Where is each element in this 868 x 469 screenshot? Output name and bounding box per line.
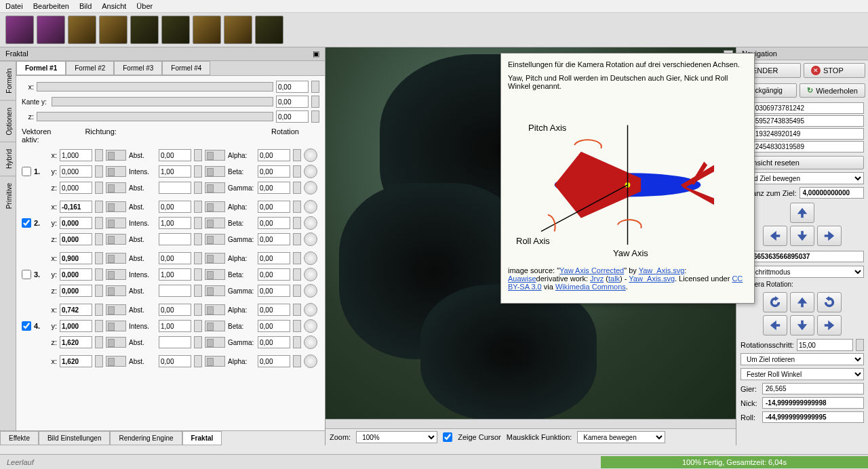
vector-1-y-slider[interactable] [106, 218, 126, 228]
vector-1-intens-slider[interactable] [205, 218, 225, 228]
stop-button[interactable]: ✕STOP [804, 63, 865, 78]
vector-1-z[interactable] [60, 233, 92, 245]
vector-2-x-slider[interactable] [106, 253, 126, 264]
rotate-cw-button[interactable] [817, 292, 842, 312]
vector-2-z-spin[interactable] [95, 285, 103, 297]
spin-top-y[interactable] [311, 96, 319, 108]
vector-0-z[interactable] [60, 182, 92, 194]
viewport-scrollbar-h[interactable] [326, 419, 736, 428]
vector-3-abst-spin[interactable] [194, 304, 202, 316]
vector-3-intens-slider[interactable] [205, 321, 225, 331]
preset-icon-6[interactable] [161, 16, 190, 44]
vector-1-y-spin[interactable] [95, 217, 103, 229]
vector-1-gamma-spin[interactable] [293, 233, 301, 245]
vector-2-z-slider[interactable] [106, 285, 126, 296]
vector-2-x[interactable] [60, 252, 92, 264]
nick-input[interactable] [762, 397, 864, 409]
vector-0-intens-slider[interactable] [205, 166, 225, 177]
tab-formel-3[interactable]: Formel #3 [114, 61, 162, 75]
vector-2-beta[interactable] [258, 268, 290, 281]
preset-icon-5[interactable] [130, 16, 159, 44]
rotate-right-button[interactable] [817, 315, 842, 335]
vector-3-abst-slider[interactable] [205, 304, 225, 315]
link-talk[interactable]: talk [608, 274, 620, 283]
gier-input[interactable] [762, 383, 864, 394]
vector-0-alpha-dial[interactable] [304, 148, 317, 162]
vector-3-beta[interactable] [258, 320, 290, 332]
zoom-combo[interactable]: 100% [356, 431, 437, 443]
vector-3-gamma[interactable] [258, 336, 290, 348]
tab-formel-2[interactable]: Formel #2 [66, 61, 114, 75]
vector-3-gamma-dial[interactable] [304, 335, 317, 349]
vector-2-y[interactable] [60, 268, 92, 281]
link-yaw-corrected[interactable]: Yaw Axis Corrected [559, 266, 624, 274]
vector-2-beta-dial[interactable] [304, 268, 317, 281]
vector-3-y-spin[interactable] [95, 320, 103, 332]
rotschritt-spin[interactable] [856, 339, 864, 351]
vector-0-beta-spin[interactable] [293, 165, 301, 178]
vector-0-gamma[interactable] [258, 182, 290, 194]
preset-icon-8[interactable] [224, 16, 252, 44]
rotate-ccw-button[interactable] [763, 292, 787, 312]
vector-0-y-spin[interactable] [95, 165, 103, 178]
link-auawise[interactable]: Auawise [508, 274, 536, 283]
vector-2-alpha-spin[interactable] [293, 252, 301, 264]
vector-3-z[interactable] [60, 336, 92, 348]
vector-3-z-slider[interactable] [106, 337, 126, 348]
ansicht-reset-button[interactable]: Ansicht reseten [741, 156, 864, 169]
vector-1-beta-dial[interactable] [304, 216, 317, 230]
vector-2-abst[interactable] [159, 285, 191, 297]
vector-3-x[interactable] [60, 304, 92, 316]
vector-3-y[interactable] [60, 320, 92, 332]
btab-bild[interactable]: Bild Einstellungen [39, 431, 111, 445]
slider-top-z[interactable] [37, 112, 273, 121]
vector-1-abst-spin[interactable] [194, 233, 202, 245]
vector-1-y[interactable] [60, 217, 92, 229]
sidetab-hybrid[interactable]: Hybrid [0, 142, 16, 176]
roll-input[interactable] [762, 411, 864, 423]
slider-top-y[interactable] [52, 97, 273, 106]
menu-datei[interactable]: Datei [5, 2, 23, 10]
vector-0-x-slider[interactable] [106, 150, 126, 161]
link-wikimedia[interactable]: Wikimedia Commons [555, 283, 626, 291]
vector-1-beta[interactable] [258, 217, 290, 229]
vector-3-check[interactable] [22, 321, 31, 331]
vector-2-gamma-spin[interactable] [293, 285, 301, 297]
vector-1-alpha-dial[interactable] [304, 200, 317, 213]
preset-icon-7[interactable] [193, 16, 221, 44]
btab-effekte[interactable]: Effekte [0, 431, 39, 445]
vector-3-x-spin[interactable] [95, 304, 103, 316]
vector-2-check[interactable] [22, 270, 31, 279]
vector-2-x-spin[interactable] [95, 252, 103, 264]
vector-2-y-slider[interactable] [106, 269, 126, 280]
vector-3-alpha-dial[interactable] [304, 303, 317, 317]
tab-formel-4[interactable]: Formel #4 [162, 61, 210, 75]
vector-2-alpha[interactable] [258, 252, 290, 264]
vector-1-abst[interactable] [159, 233, 191, 245]
vector-0-abst[interactable] [159, 149, 191, 161]
vector-2-alpha-dial[interactable] [304, 251, 317, 265]
menu-bild[interactable]: Bild [79, 2, 92, 10]
vector-1-intens-spin[interactable] [194, 217, 202, 229]
vector-1-x-spin[interactable] [95, 201, 103, 213]
preset-icon-2[interactable] [37, 16, 65, 44]
val-top-y[interactable] [276, 96, 309, 108]
vector-3-abst[interactable] [159, 336, 191, 348]
btab-rendering[interactable]: Rendering Engine [110, 431, 182, 445]
vector-2-abst-spin[interactable] [194, 252, 202, 264]
vector-4-abst-slider[interactable] [205, 356, 225, 367]
vector-1-abst-slider[interactable] [205, 201, 225, 212]
link-jrvz[interactable]: Jrvz [590, 274, 604, 283]
vector-2-abst-spin[interactable] [194, 285, 202, 297]
vector-0-abst-slider[interactable] [205, 150, 225, 161]
vector-0-abst-spin[interactable] [194, 182, 202, 194]
vector-0-intens-spin[interactable] [194, 165, 202, 178]
preset-icon-4[interactable] [99, 16, 127, 44]
vector-3-abst-spin[interactable] [194, 336, 202, 348]
vector-1-check[interactable] [22, 218, 31, 228]
schrittmodus-combo[interactable]: r Schrittmodus [741, 266, 864, 278]
move-right-button[interactable] [817, 226, 842, 246]
vector-4-x[interactable] [60, 355, 92, 367]
vector-0-z-spin[interactable] [95, 182, 103, 194]
vector-4-x-spin[interactable] [95, 355, 103, 367]
